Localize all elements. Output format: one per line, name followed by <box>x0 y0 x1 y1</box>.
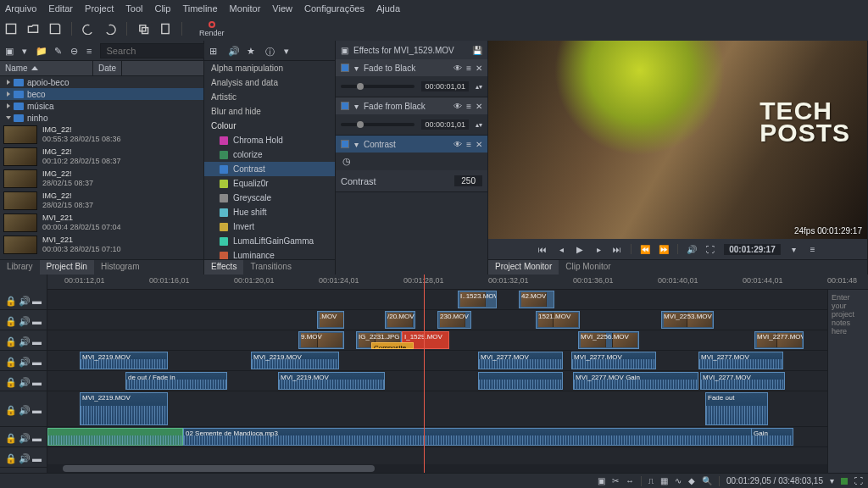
menu-clip[interactable]: Clip <box>154 3 170 14</box>
timeline-clip[interactable]: 1521.MOV <box>536 311 580 329</box>
track-header[interactable]: 🔒🔊▬ <box>0 391 47 427</box>
keyframe-icon[interactable]: ◷ <box>342 156 351 167</box>
close-icon[interactable]: ✕ <box>476 64 482 73</box>
track-header[interactable]: 🔒🔊▬ <box>0 427 47 447</box>
timeline-ruler[interactable]: 00:01:12,0100:01:16,0100:01:20,0100:01:2… <box>47 274 868 290</box>
timeline-clip[interactable]: 230.MOV <box>437 311 471 329</box>
ffwd-icon[interactable]: ⏩ <box>659 244 669 254</box>
play-icon[interactable]: ▶ <box>575 244 585 254</box>
timeline-clip[interactable]: MVI_2219.MOV <box>278 372 385 390</box>
effect-time[interactable]: 00:00:01,01 <box>421 119 469 130</box>
eye-icon[interactable]: 👁 <box>453 140 462 149</box>
menu-icon[interactable]: ≡ <box>808 244 818 254</box>
zoom-icon[interactable]: 🔍 <box>702 476 712 485</box>
track-target-icon[interactable]: ▬ <box>32 405 41 413</box>
timeline-track[interactable]: .MOV/20.MOV230.MOV1521.MOVMVI_2253.MOV <box>47 310 868 330</box>
track-target-icon[interactable]: ▬ <box>32 377 41 385</box>
effect-item[interactable]: Contrast <box>204 162 335 176</box>
timeline-clip[interactable] <box>47 428 183 446</box>
lock-icon[interactable]: 🔒 <box>5 433 14 441</box>
effect-item[interactable]: Chroma Hold <box>204 133 335 147</box>
folder-row[interactable]: apoio-beco <box>0 76 203 88</box>
lock-icon[interactable]: 🔒 <box>5 453 14 462</box>
timeline-track[interactable]: de out / Fade inMVI_2219.MOVMVI_2277.MOV… <box>47 371 868 391</box>
chevron-up-icon[interactable]: ▴▾ <box>476 83 482 91</box>
timeline-clip[interactable]: .MOV <box>317 311 344 329</box>
mute-icon[interactable]: 🔊 <box>19 296 27 304</box>
effect-category[interactable]: Alpha manipulation <box>204 61 335 75</box>
menu-editar[interactable]: Editar <box>48 3 73 14</box>
lock-icon[interactable]: 🔒 <box>5 357 14 365</box>
clip-row[interactable]: MVI_22100:00:3 28/02/15 07:10 <box>0 234 203 256</box>
step-fwd-icon[interactable]: ▸ <box>593 244 604 254</box>
menu-icon[interactable]: ≡ <box>466 64 471 73</box>
effect-category[interactable]: Colour <box>204 119 335 133</box>
mute-icon[interactable]: 🔊 <box>19 336 27 345</box>
tree-icon[interactable]: ⊞ <box>209 46 220 56</box>
menu-project[interactable]: Project <box>85 3 114 14</box>
tab-effects[interactable]: Effects <box>204 260 243 274</box>
effect-header[interactable]: ▾Fade to Black👁≡✕ <box>336 59 487 76</box>
timeline-track[interactable]: 02 Semente de Mandioca.mp3Gain <box>47 427 868 447</box>
track-target-icon[interactable]: ▬ <box>32 453 41 462</box>
track-target-icon[interactable]: ▬ <box>32 336 41 345</box>
timeline-clip[interactable]: I..1523.MOV <box>458 291 497 308</box>
save-icon[interactable] <box>49 23 61 35</box>
timeline-clip[interactable]: MVI_2277.MOV <box>571 352 656 369</box>
chevron-down-icon[interactable]: ▾ <box>22 46 27 56</box>
timeline-clip[interactable]: 42.MOV <box>519 291 554 308</box>
timeline-clip[interactable]: Gain <box>751 428 793 446</box>
effect-item[interactable]: Invert <box>204 219 335 234</box>
track-target-icon[interactable]: ▬ <box>32 296 41 304</box>
timeline-clip[interactable]: MVI_2253.MOV <box>661 311 714 329</box>
monitor-timecode[interactable]: 00:01:29:17 <box>724 244 780 255</box>
menu-timeline[interactable]: Timeline <box>182 3 217 14</box>
clip-row[interactable]: IMG_22!00:55:3 28/02/15 08:36 <box>0 124 203 146</box>
clip-row[interactable]: IMG_22! 28/02/15 08:37 <box>0 190 203 212</box>
timeline-track[interactable]: 9.MOVIG_2231.JPGI_1529.MOVCompositeMVI_2… <box>47 330 868 351</box>
audio-icon[interactable]: 🔊 <box>228 46 238 56</box>
eye-icon[interactable]: 👁 <box>453 102 462 111</box>
lock-icon[interactable]: 🔒 <box>5 316 14 324</box>
tab-library[interactable]: Library <box>0 260 40 274</box>
lock-icon[interactable]: 🔒 <box>5 405 14 413</box>
chevron-down-icon[interactable]: ▾ <box>789 244 799 254</box>
mute-icon[interactable]: 🔊 <box>19 316 27 324</box>
folder-row[interactable]: música <box>0 100 203 112</box>
lock-icon[interactable]: 🔒 <box>5 377 14 385</box>
timeline-clip[interactable]: MVI_2277.MOV <box>478 352 563 369</box>
timeline-clip[interactable]: MVI_2219.MOV <box>251 352 339 369</box>
effect-time[interactable]: 00:00:01,01 <box>421 81 469 92</box>
timeline-track[interactable]: MVI_2219.MOVMVI_2219.MOVMVI_2277.MOVMVI_… <box>47 351 868 371</box>
effect-enable-checkbox[interactable] <box>341 102 349 110</box>
maximize-icon[interactable]: ⛶ <box>854 476 863 485</box>
effect-item[interactable]: Luminance <box>204 248 335 259</box>
paste-icon[interactable] <box>159 23 171 35</box>
marker-icon[interactable]: ◆ <box>688 476 695 485</box>
track-header[interactable]: 🔒🔊▬ <box>0 447 47 468</box>
save-stack-icon[interactable]: 💾 <box>472 46 482 55</box>
tab-project-bin[interactable]: Project Bin <box>40 260 94 274</box>
playhead[interactable] <box>424 274 425 473</box>
mute-icon[interactable]: 🔊 <box>19 405 27 413</box>
folder-row[interactable]: beco <box>0 88 203 100</box>
close-icon[interactable]: ✕ <box>476 140 482 149</box>
list-icon[interactable]: ≡ <box>86 46 92 56</box>
timeline-clip[interactable]: MVI_2277.MOV <box>754 331 804 349</box>
volume-icon[interactable]: 🔊 <box>687 244 697 254</box>
timeline-clip[interactable]: MVI_2277.MOV Gain <box>573 372 698 390</box>
effect-header[interactable]: ▾Contrast👁≡✕ <box>336 136 487 152</box>
add-clip-icon[interactable]: ▣ <box>5 46 14 56</box>
snap-icon[interactable]: ⎍ <box>648 476 654 485</box>
info-icon[interactable]: ⓘ <box>265 46 275 56</box>
timeline-clip[interactable]: 02 Semente de Mandioca.mp3 <box>183 428 793 446</box>
timeline-clip[interactable]: MVI_2256.MOV <box>578 331 639 349</box>
effect-enable-checkbox[interactable] <box>341 64 349 72</box>
timeline-clip[interactable]: Fade out <box>705 392 768 425</box>
new-folder-icon[interactable]: 📁 <box>36 46 46 56</box>
mute-icon[interactable]: 🔊 <box>19 453 27 462</box>
clip-row[interactable]: IMG_22! 28/02/15 08:37 <box>0 168 203 190</box>
delete-icon[interactable]: ⊖ <box>70 46 78 56</box>
track-header[interactable]: 🔒🔊▬ <box>0 371 47 391</box>
tab-project-monitor[interactable]: Project Monitor <box>488 260 559 274</box>
